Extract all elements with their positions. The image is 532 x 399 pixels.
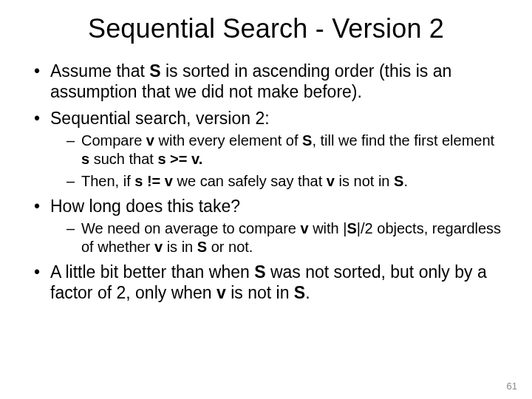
bold-text: v xyxy=(154,239,163,255)
bold-text: s >= v. xyxy=(157,151,202,167)
bullet-item: Sequential search, version 2: Compare v … xyxy=(34,108,502,190)
bullet-item: A little bit better than when S was not … xyxy=(34,262,502,303)
bullet-item: How long does this take? We need on aver… xyxy=(34,196,502,256)
text: , till we find the first element xyxy=(312,132,494,149)
slide: Sequential Search - Version 2 Assume tha… xyxy=(0,0,532,399)
text: Sequential search, version 2: xyxy=(50,109,270,128)
text: We need on average to compare xyxy=(81,220,300,236)
text: is not in xyxy=(226,283,294,302)
text: we can safely say that xyxy=(173,173,327,189)
bold-text: s != v xyxy=(134,173,173,189)
sub-list: We need on average to compare v with |S|… xyxy=(50,219,502,256)
text: How long does this take? xyxy=(50,197,240,216)
text: . xyxy=(305,283,310,302)
text: A little bit better than when xyxy=(50,262,254,282)
bold-text: S xyxy=(149,61,160,81)
bold-text: S xyxy=(394,173,403,189)
text: is in xyxy=(163,239,197,255)
text: with every element of xyxy=(154,132,302,149)
bold-text: v xyxy=(327,173,335,189)
bold-text: v xyxy=(300,220,308,236)
sub-item: Then, if s != v we can safely say that v… xyxy=(66,172,502,190)
bold-text: S xyxy=(347,220,356,236)
text: Then, if xyxy=(81,173,134,189)
sub-list: Compare v with every element of S, till … xyxy=(50,132,502,190)
bold-text: S xyxy=(254,262,265,282)
sub-item: We need on average to compare v with |S|… xyxy=(66,219,502,256)
bold-text: S xyxy=(294,283,305,302)
bullet-item: Assume that S is sorted in ascending ord… xyxy=(34,61,502,102)
bold-text: S xyxy=(302,132,312,149)
sub-item: Compare v with every element of S, till … xyxy=(66,132,502,168)
bullet-list: Assume that S is sorted in ascending ord… xyxy=(30,61,502,303)
text: is not in xyxy=(335,173,394,189)
text: such that xyxy=(89,151,157,167)
text: Compare xyxy=(81,132,146,149)
bold-text: S xyxy=(197,239,207,255)
bold-text: s xyxy=(81,151,89,167)
bold-text: v xyxy=(216,283,226,302)
text: Assume that xyxy=(50,61,149,81)
text: with | xyxy=(309,220,347,236)
page-number: 61 xyxy=(507,381,517,392)
text: or not. xyxy=(207,239,253,255)
bold-text: v xyxy=(146,132,154,149)
slide-title: Sequential Search - Version 2 xyxy=(30,13,502,44)
text: . xyxy=(403,173,408,189)
